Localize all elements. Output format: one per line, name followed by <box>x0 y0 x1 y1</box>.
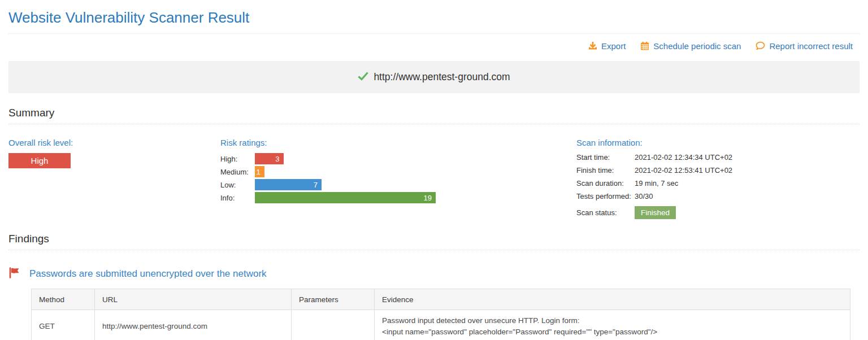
summary-section: Overall risk level: High Risk ratings: H… <box>0 124 868 219</box>
checkmark-icon <box>358 72 368 83</box>
toolbar-actions: Export Schedule periodic scan Report inc… <box>0 34 868 58</box>
scan-info-row-tests: Tests performed: 30/30 <box>576 192 860 200</box>
risk-ratings-label: Risk ratings: <box>220 138 576 147</box>
scan-info-row-start: Start time: 2021-02-02 12:34:34 UTC+02 <box>576 153 860 162</box>
download-icon <box>588 41 597 50</box>
report-incorrect-result-button[interactable]: Report incorrect result <box>756 41 853 51</box>
rating-row-low: Low: 7 <box>220 179 576 190</box>
cell-url: http://www.pentest-ground.com <box>95 310 292 340</box>
findings-heading: Findings <box>0 233 868 245</box>
overall-risk-label: Overall risk level: <box>8 138 220 147</box>
cell-method: GET <box>32 310 95 340</box>
cell-evidence: Password input detected over unsecure HT… <box>375 310 850 340</box>
tests-performed-value: 30/30 <box>635 192 653 200</box>
scan-duration-value: 19 min, 7 sec <box>635 179 678 188</box>
overall-risk-block: Overall risk level: High <box>8 138 220 219</box>
column-header-method: Method <box>32 289 95 310</box>
scan-information-block: Scan information: Start time: 2021-02-02… <box>576 138 860 219</box>
start-time-value: 2021-02-02 12:34:34 UTC+02 <box>635 153 732 162</box>
column-header-url: URL <box>95 289 292 310</box>
table-header-row: Method URL Parameters Evidence <box>32 289 850 310</box>
risk-ratings-block: Risk ratings: High: 3 Medium: 1 Low: 7 I… <box>220 138 576 219</box>
finding-item: Passwords are submitted unencrypted over… <box>0 267 868 281</box>
table-row: GET http://www.pentest-ground.com Passwo… <box>32 310 850 340</box>
rating-bar-low: 7 <box>255 179 322 190</box>
finding-title-link[interactable]: Passwords are submitted unencrypted over… <box>29 268 267 280</box>
cell-parameters <box>292 310 375 340</box>
column-header-parameters: Parameters <box>292 289 375 310</box>
evidence-line-2: <input name="password" placeholder="Pass… <box>382 326 843 338</box>
schedule-periodic-scan-button[interactable]: Schedule periodic scan <box>640 41 741 51</box>
column-header-evidence: Evidence <box>375 289 850 310</box>
calendar-icon <box>640 41 649 50</box>
rating-bar-info: 19 <box>255 192 436 203</box>
evidence-line-1: Password input detected over unsecure HT… <box>382 315 843 326</box>
finding-evidence-table: Method URL Parameters Evidence GET http:… <box>31 289 850 340</box>
risk-ratings-chart: High: 3 Medium: 1 Low: 7 Info: 19 <box>220 153 576 203</box>
overall-risk-badge: High <box>8 153 71 168</box>
export-button[interactable]: Export <box>588 41 626 51</box>
scan-info-row-duration: Scan duration: 19 min, 7 sec <box>576 179 860 188</box>
rating-row-high: High: 3 <box>220 153 576 164</box>
rating-bar-medium: 1 <box>255 166 264 177</box>
page-title: Website Vulnerability Scanner Result <box>0 0 868 33</box>
scan-information-label: Scan information: <box>576 138 860 147</box>
rating-row-info: Info: 19 <box>220 192 576 203</box>
comment-icon <box>756 41 765 50</box>
target-url: http://www.pentest-ground.com <box>374 71 510 83</box>
flag-icon <box>8 267 20 281</box>
finish-time-value: 2021-02-02 12:53:41 UTC+02 <box>635 166 732 175</box>
scan-info-row-finish: Finish time: 2021-02-02 12:53:41 UTC+02 <box>576 166 860 175</box>
scan-target-bar: http://www.pentest-ground.com <box>8 61 860 93</box>
summary-heading: Summary <box>0 107 868 119</box>
rating-bar-high: 3 <box>255 153 284 164</box>
rating-row-medium: Medium: 1 <box>220 166 576 177</box>
findings-divider <box>8 250 860 250</box>
scan-status-badge: Finished <box>635 206 676 219</box>
scan-info-row-status: Scan status: Finished <box>576 206 860 219</box>
